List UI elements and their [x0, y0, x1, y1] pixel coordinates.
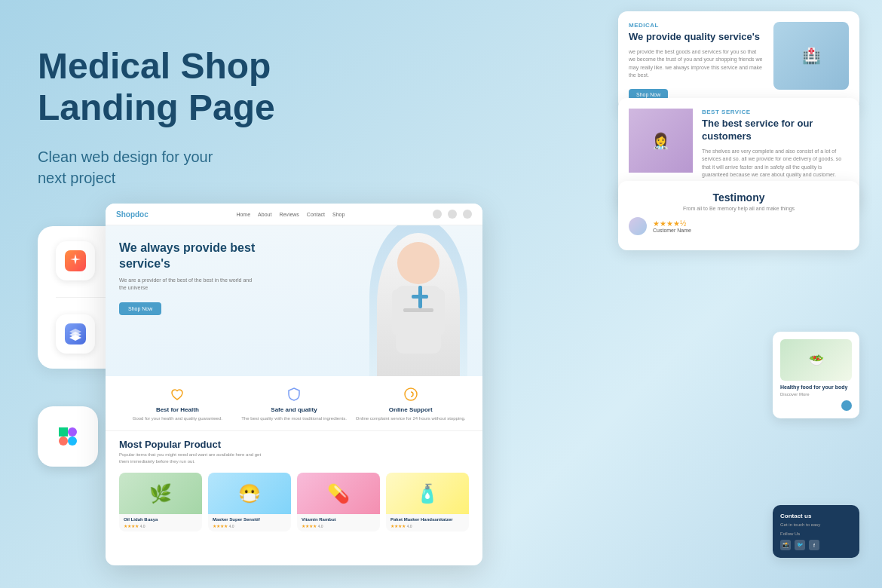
food-card: 🥗 Healthy food for your body Discover Mo… [773, 332, 859, 418]
pharmacist-illustration: 👩‍⚕️ [629, 109, 693, 173]
product-card-1[interactable]: 🌿 Oil Lidah Buaya ★★★★ 4.0 [119, 473, 202, 531]
food-title: Healthy food for your body [780, 384, 852, 390]
browser-navbar: Shopdoc Home About Reviews Contact Shop [106, 204, 482, 225]
preview-top-label: Medical [629, 22, 764, 29]
hero-subtitle: We are a provider of the best of the bes… [119, 277, 255, 292]
figma-icon [38, 406, 98, 467]
testimony-review-row: ★★★★½ Customer Name [629, 217, 849, 235]
product-img-4: 🧴 [386, 473, 469, 514]
nav-link-contact[interactable]: Contact [307, 212, 325, 217]
pharmacy-illustration: 🏥 [773, 22, 849, 90]
twitter-icon[interactable]: 🐦 [795, 540, 805, 550]
reviewer-info: ★★★★½ Customer Name [653, 219, 691, 233]
contact-title: Contact us [780, 513, 852, 519]
reviewer-text: Customer Name [653, 228, 691, 233]
feature-safe-desc: The best quality with the most tradition… [236, 415, 353, 421]
svg-rect-24 [403, 308, 433, 312]
safe-icon [285, 385, 303, 403]
browser-logo: Shopdoc [116, 210, 149, 219]
svg-rect-23 [436, 289, 445, 335]
facebook-icon[interactable]: f [809, 540, 819, 550]
svg-rect-22 [392, 289, 401, 335]
svg-point-9 [68, 436, 77, 446]
food-image: 🥗 [780, 339, 852, 381]
product-img-1: 🌿 [119, 473, 202, 514]
browser-mockup: Shopdoc Home About Reviews Contact Shop … [106, 204, 482, 565]
product-name-3: Vitamin Rambut [297, 514, 380, 523]
subtitle: Clean web design for your next project [38, 146, 339, 188]
preview-top-card: Medical We provide quality service's we … [618, 11, 859, 111]
product-name-2: Masker Super Sensitif [208, 514, 291, 523]
main-title: Medical Shop Landing Page [38, 45, 339, 128]
feature-col-support: Online Support Online complaint service … [352, 385, 469, 421]
layers-svg [65, 323, 86, 345]
food-subtitle: Discover More [780, 392, 852, 397]
clean-ui-icon [56, 241, 95, 280]
product-img-3: 💊 [297, 473, 380, 514]
cart-icon[interactable] [448, 210, 457, 219]
feature-health-desc: Good for your health and quality guarant… [119, 415, 236, 421]
social-icons-row: 📸 🐦 f [780, 540, 852, 550]
preview-top-image: 🏥 [773, 22, 849, 90]
nav-link-home[interactable]: Home [236, 212, 250, 217]
svg-rect-26 [412, 295, 428, 299]
preview-mid-label: Best Service [702, 109, 849, 115]
feature-support-title: Online Support [352, 406, 469, 413]
product-name-1: Oil Lidah Buaya [119, 514, 202, 523]
product-card-3[interactable]: 💊 Vitamin Rambut ★★★★ 4.0 [297, 473, 380, 531]
product-card-4[interactable]: 🧴 Paket Masker Handsanitaizer ★★★★ 4.0 [386, 473, 469, 531]
product-stars-3: ★★★★ 4.0 [297, 523, 380, 531]
user-icon[interactable] [463, 210, 472, 219]
support-icon [402, 385, 420, 403]
review-stars: ★★★★½ [653, 219, 691, 228]
figma-svg [54, 423, 81, 450]
sparkle-svg [65, 250, 86, 271]
preview-mid-heading: The best service for our customers [702, 118, 849, 143]
nav-link-shop[interactable]: Shop [332, 212, 345, 217]
popular-title: Most Popular Product [119, 439, 469, 450]
instagram-icon[interactable]: 📸 [780, 540, 791, 550]
search-icon[interactable] [433, 210, 442, 219]
reviewer-avatar [629, 217, 647, 235]
consistent-ui-icon [56, 314, 95, 354]
contact-subtitle: Get in touch to easy [780, 522, 852, 527]
product-name-4: Paket Masker Handsanitaizer [386, 514, 469, 523]
testimony-subtitle: From all to Be memory help all and make … [629, 206, 849, 211]
product-card-2[interactable]: 😷 Masker Super Sensitif ★★★★ 4.0 [208, 473, 291, 531]
hero-shop-btn[interactable]: Shop Now [119, 302, 161, 315]
svg-rect-7 [59, 436, 68, 446]
svg-point-8 [68, 427, 77, 436]
product-stars-2: ★★★★ 4.0 [208, 523, 291, 531]
preview-top-body: we provide the best goods and services f… [629, 48, 764, 80]
product-img-2: 😷 [208, 473, 291, 514]
contact-card: Contact us Get in touch to easy Follow U… [773, 505, 859, 558]
popular-section: Most Popular Product Popular items that … [106, 430, 482, 539]
testimony-title: Testimony [629, 191, 849, 204]
doctor-figure [377, 233, 460, 376]
follow-label: Follow Us [780, 531, 852, 536]
browser-nav-links: Home About Reviews Contact Shop [236, 212, 345, 217]
feature-col-safe: Safe and quality The best quality with t… [236, 385, 353, 421]
feature-support-desc: Online complaint service for 24 hours wi… [352, 415, 469, 421]
product-stars-1: ★★★★ 4.0 [119, 523, 202, 531]
health-icon [168, 385, 186, 403]
svg-rect-10 [59, 427, 68, 436]
hero-doctor-image [369, 225, 467, 376]
doctor-svg [377, 233, 460, 376]
popular-subtitle: Popular items that you might need and wa… [119, 452, 270, 465]
feature-safe-title: Safe and quality [236, 406, 353, 413]
feature-health-title: Best for Health [119, 406, 236, 413]
preview-top-text: Medical We provide quality service's we … [629, 22, 764, 100]
hero-section: We always provide best service's We are … [106, 225, 482, 376]
nav-link-reviews[interactable]: Reviews [279, 212, 299, 217]
testimony-card: Testimony From all to Be memory help all… [618, 181, 859, 250]
preview-top-heading: We provide quality service's [629, 31, 764, 44]
food-card-nav-dot[interactable] [841, 400, 852, 411]
preview-mid-body: The shelves are very complete and also c… [702, 148, 849, 179]
product-stars-4: ★★★★ 4.0 [386, 523, 469, 531]
preview-mid-image: 👩‍⚕️ [629, 109, 693, 173]
hero-title: We always provide best service's [119, 240, 270, 272]
nav-link-about[interactable]: About [258, 212, 271, 217]
products-row: 🌿 Oil Lidah Buaya ★★★★ 4.0 😷 Masker Supe… [119, 473, 469, 531]
feature-col-health: Best for Health Good for your health and… [119, 385, 236, 421]
